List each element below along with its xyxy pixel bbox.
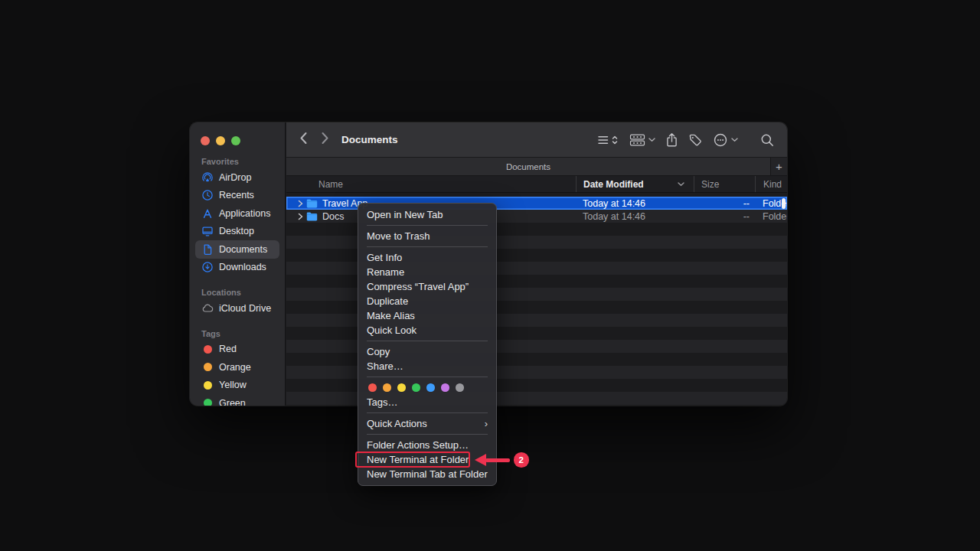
orange-tag-icon — [201, 361, 214, 373]
tab-bar: Documents + — [286, 158, 787, 176]
menu-item-new-terminal-tab-at-folder[interactable]: New Terminal Tab at Folder — [358, 467, 496, 481]
toolbar: Documents — [286, 122, 787, 158]
menu-item-open-in-new-tab[interactable]: Open in New Tab — [358, 207, 496, 222]
tag-icon[interactable] — [688, 133, 703, 148]
nav-chevrons — [299, 131, 330, 148]
sidebar-item-recents[interactable]: Recents — [195, 187, 279, 205]
tag-color-dot[interactable] — [412, 383, 420, 392]
forward-button[interactable] — [320, 131, 330, 148]
sidebar-item-yellow[interactable]: Yellow — [195, 377, 279, 395]
sidebar-item-desktop[interactable]: Desktop — [195, 223, 279, 241]
yellow-tag-icon — [201, 379, 214, 391]
menu-item-move-to-trash[interactable]: Move to Trash — [358, 229, 496, 243]
menu-item-copy[interactable]: Copy — [358, 344, 496, 359]
column-header-size[interactable]: Size — [694, 176, 755, 192]
sidebar-item-green[interactable]: Green — [195, 394, 279, 406]
sidebar-item-red[interactable]: Red — [195, 341, 279, 359]
minimize-button[interactable] — [216, 136, 225, 145]
tag-color-dot[interactable] — [426, 383, 435, 392]
sidebar-item-applications[interactable]: Applications — [195, 204, 279, 223]
green-tag-icon — [201, 397, 214, 406]
zoom-button[interactable] — [231, 136, 240, 145]
sidebar-section-label: Tags — [195, 327, 279, 341]
tag-color-dot[interactable] — [441, 383, 449, 392]
menu-item-compress-travel-app[interactable]: Compress “Travel App” — [358, 279, 496, 294]
annotation-arrow — [485, 458, 510, 463]
file-date: Today at 14:46 — [576, 198, 694, 209]
sidebar-item-airdrop[interactable]: AirDrop — [195, 168, 279, 187]
toolbar-actions — [597, 122, 775, 158]
column-header-kind[interactable]: Kind — [755, 176, 787, 192]
column-header-name[interactable]: Name — [286, 176, 576, 192]
menu-item-tags[interactable]: Tags… — [358, 395, 496, 409]
new-tab-button[interactable]: + — [770, 158, 787, 175]
disclosure-chevron-icon[interactable] — [298, 200, 303, 207]
tag-color-dot[interactable] — [397, 383, 406, 392]
column-header-date-modified[interactable]: Date Modified — [576, 176, 694, 192]
folder-icon — [306, 212, 318, 221]
close-button[interactable] — [201, 136, 210, 145]
desktop-background: FavoritesAirDropRecentsApplicationsDeskt… — [0, 0, 980, 551]
sidebar-item-label: Applications — [219, 208, 270, 219]
sidebar-item-icloud-drive[interactable]: iCloud Drive — [195, 299, 279, 318]
sidebar-section-label: Locations — [195, 285, 279, 299]
menu-item-label: Get Info — [367, 250, 402, 265]
sidebar-item-label: Green — [219, 398, 246, 406]
menu-item-rename[interactable]: Rename — [358, 265, 496, 279]
file-size: -- — [694, 198, 755, 209]
sidebar-item-orange[interactable]: Orange — [195, 358, 279, 377]
menu-separator — [367, 412, 488, 413]
menu-separator — [367, 225, 488, 226]
more-actions-icon[interactable] — [713, 132, 738, 148]
clock-icon — [201, 189, 214, 201]
annotation-step-badge: 2 — [514, 452, 529, 468]
menu-item-label: Rename — [367, 265, 404, 279]
view-list-sort-icon[interactable] — [597, 133, 619, 147]
disclosure-chevron-icon[interactable] — [298, 213, 303, 220]
menu-separator — [367, 377, 488, 377]
menu-item-quick-actions[interactable]: Quick Actions› — [358, 416, 496, 431]
menu-item-label: Open in New Tab — [367, 207, 443, 222]
back-button[interactable] — [299, 131, 309, 148]
menu-item-make-alias[interactable]: Make Alias — [358, 308, 496, 323]
file-kind: Folder — [755, 211, 787, 222]
menu-item-label: Move to Trash — [367, 229, 430, 243]
sidebar-item-label: AirDrop — [219, 172, 251, 183]
sidebar-sections: FavoritesAirDropRecentsApplicationsDeskt… — [195, 155, 279, 406]
traffic-lights — [201, 136, 240, 145]
menu-separator — [367, 246, 488, 247]
menu-item-label: Folder Actions Setup… — [367, 438, 469, 452]
sidebar-item-label: Downloads — [219, 262, 266, 272]
sidebar-item-label: Red — [219, 344, 237, 354]
menu-item-label: Duplicate — [367, 294, 408, 308]
sidebar-section-favorites: FavoritesAirDropRecentsApplicationsDeskt… — [195, 155, 279, 276]
tag-color-dot[interactable] — [456, 383, 464, 392]
search-icon[interactable] — [760, 133, 775, 148]
applications-icon — [201, 207, 214, 220]
sidebar-section-label: Favorites — [195, 155, 279, 168]
menu-item-label: Copy — [367, 344, 390, 359]
menu-item-quick-look[interactable]: Quick Look — [358, 323, 496, 337]
menu-item-label: New Terminal Tab at Folder — [367, 467, 488, 481]
column-header-label: Name — [318, 179, 343, 190]
sidebar-item-documents[interactable]: Documents — [195, 240, 279, 259]
sidebar-item-label: Desktop — [219, 226, 254, 236]
share-icon[interactable] — [665, 132, 678, 148]
group-by-icon[interactable] — [629, 133, 655, 147]
annotation-arrow-head — [475, 454, 486, 466]
menu-item-label: Quick Look — [367, 323, 416, 337]
tab-documents[interactable]: Documents — [286, 158, 770, 175]
tag-color-dot[interactable] — [368, 383, 377, 392]
context-menu: Open in New TabMove to TrashGet InfoRena… — [358, 203, 497, 486]
sidebar-item-label: Yellow — [219, 380, 247, 390]
column-header-label: Date Modified — [583, 179, 644, 190]
menu-item-label: Compress “Travel App” — [367, 279, 469, 294]
menu-item-folder-actions-setup[interactable]: Folder Actions Setup… — [358, 438, 496, 452]
menu-item-duplicate[interactable]: Duplicate — [358, 294, 496, 308]
tag-color-dot[interactable] — [383, 383, 391, 392]
sidebar-item-label: Orange — [219, 362, 251, 373]
menu-item-share[interactable]: Share… — [358, 359, 496, 373]
sidebar-item-downloads[interactable]: Downloads — [195, 259, 279, 277]
annotation-highlight-box — [355, 452, 470, 468]
menu-item-get-info[interactable]: Get Info — [358, 250, 496, 265]
